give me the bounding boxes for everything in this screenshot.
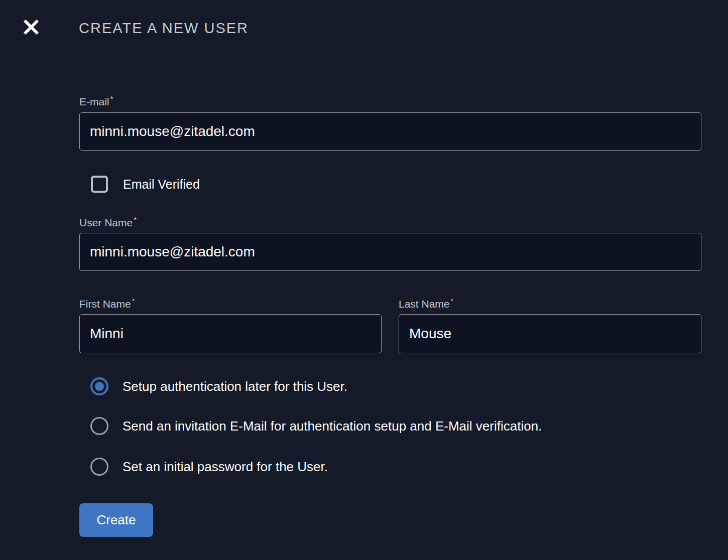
close-button[interactable] xyxy=(21,17,41,37)
page-title: CREATE A NEW USER xyxy=(79,20,249,37)
username-label: User Name* xyxy=(79,215,137,229)
required-marker: * xyxy=(110,94,113,103)
first-name-field[interactable] xyxy=(79,314,382,353)
required-marker: * xyxy=(134,215,137,224)
radio-button-icon[interactable] xyxy=(90,417,108,435)
username-field[interactable] xyxy=(79,233,701,271)
create-user-page: { "window": { "title": "CREATE A NEW USE… xyxy=(0,0,728,560)
radio-option-initial-password[interactable]: Set an initial password for the User. xyxy=(90,458,328,476)
email-verified-label[interactable]: Email Verified xyxy=(123,175,200,193)
radio-option-label[interactable]: Setup authentication later for this User… xyxy=(123,379,347,394)
radio-option-label[interactable]: Set an initial password for the User. xyxy=(123,459,328,475)
radio-option-setup-later[interactable]: Setup authentication later for this User… xyxy=(90,377,347,395)
last-name-label: Last Name* xyxy=(399,297,453,310)
last-name-field[interactable] xyxy=(399,314,701,353)
email-verified-checkbox-row[interactable]: Email Verified xyxy=(91,175,200,193)
required-marker: * xyxy=(451,297,454,305)
create-button[interactable]: Create xyxy=(79,503,153,537)
radio-button-icon[interactable] xyxy=(90,458,108,476)
email-verified-checkbox[interactable] xyxy=(91,176,108,193)
radio-option-send-invitation[interactable]: Send an invitation E-Mail for authentica… xyxy=(90,417,542,435)
email-label: E-mail* xyxy=(79,94,113,108)
radio-option-label[interactable]: Send an invitation E-Mail for authentica… xyxy=(123,418,542,434)
radio-button-icon[interactable] xyxy=(90,377,108,395)
required-marker: * xyxy=(132,297,135,305)
email-field[interactable] xyxy=(79,112,701,151)
close-icon xyxy=(22,18,40,36)
first-name-label: First Name* xyxy=(79,297,135,310)
